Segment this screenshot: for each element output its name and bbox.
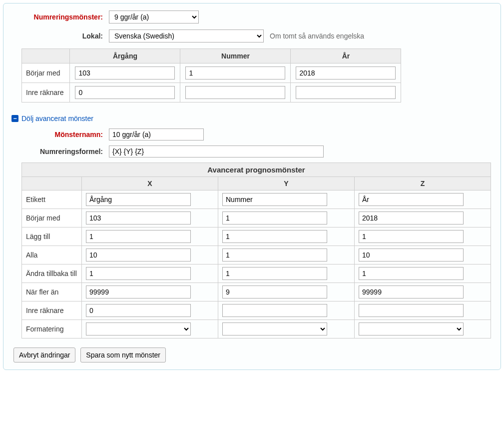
adv-label-narfler: När fler än — [22, 283, 82, 302]
numbering-pattern-row: Numreringsmönster: 9 ggr/år (a) — [11, 10, 493, 24]
format-x-select[interactable] — [86, 322, 191, 336]
pattern-name-input[interactable] — [109, 128, 204, 140]
alla-z-input[interactable] — [359, 248, 464, 262]
adv-label-borjar: Börjar med — [22, 209, 82, 228]
adv-header-x: X — [82, 177, 218, 190]
button-bar: Avbryt ändringar Spara som nytt mönster — [13, 348, 493, 362]
adv-label-format: Formatering — [22, 320, 82, 338]
numbering-pattern-select[interactable]: 9 ggr/år (a) — [109, 10, 199, 24]
formula-label: Numreringsformel: — [11, 148, 109, 156]
numbering-pattern-label: Numreringsmönster: — [11, 13, 109, 21]
adv-label-alla: Alla — [22, 246, 82, 264]
borjar-y-input[interactable] — [222, 212, 327, 224]
andra-y-input[interactable] — [222, 267, 327, 280]
grid-header-col1: Årgång — [70, 49, 180, 64]
starts-col1-input[interactable] — [75, 66, 175, 80]
adv-corner — [22, 177, 82, 190]
cancel-button[interactable]: Avbryt ändringar — [13, 348, 75, 362]
starts-col2-input[interactable] — [185, 66, 285, 80]
minus-icon: − — [11, 115, 18, 122]
borjar-z-input[interactable] — [359, 212, 464, 224]
simple-grid: Årgång Nummer År Börjar med Inre räknare — [21, 48, 401, 102]
etikett-z-input[interactable] — [359, 193, 464, 206]
locale-row: Lokal: Svenska (Swedish) Om tomt så anvä… — [11, 30, 493, 42]
inner-col1-input[interactable] — [75, 86, 175, 99]
adv-header-z: Z — [355, 177, 491, 190]
table-row: Formatering — [22, 320, 491, 338]
narfler-z-input[interactable] — [359, 286, 464, 298]
andra-z-input[interactable] — [359, 267, 464, 280]
advanced-grid-title: Avancerat prognosmönster — [22, 163, 491, 177]
table-row: Inre räknare — [22, 83, 401, 102]
narfler-y-input[interactable] — [222, 286, 327, 298]
row-label-starts: Börjar med — [22, 64, 70, 83]
table-row: Alla — [22, 246, 491, 264]
adv-label-andra: Ändra tillbaka till — [22, 264, 82, 283]
format-z-select[interactable] — [359, 322, 464, 336]
locale-hint: Om tomt så används engelska — [270, 32, 364, 40]
advanced-grid: Avancerat prognosmönster X Y Z Etikett B… — [21, 162, 491, 338]
alla-y-input[interactable] — [222, 248, 327, 262]
table-row: Börjar med — [22, 64, 401, 83]
table-row: Börjar med — [22, 209, 491, 228]
toggle-advanced-link[interactable]: − Dölj avancerat mönster — [11, 114, 93, 122]
grid-header-col3: År — [291, 49, 401, 64]
adv-header-y: Y — [218, 177, 355, 190]
formula-row: Numreringsformel: — [11, 146, 493, 158]
formula-input[interactable] — [109, 146, 324, 158]
inre-y-input[interactable] — [222, 304, 327, 317]
table-row: Etikett — [22, 190, 491, 209]
locale-select[interactable]: Svenska (Swedish) — [109, 30, 264, 42]
toggle-advanced-text: Dölj avancerat mönster — [21, 114, 93, 122]
etikett-y-input[interactable] — [222, 193, 327, 206]
narfler-x-input[interactable] — [86, 286, 191, 298]
borjar-x-input[interactable] — [86, 212, 191, 224]
row-label-inner: Inre räknare — [22, 83, 70, 102]
inner-col3-input[interactable] — [296, 86, 396, 99]
locale-label: Lokal: — [11, 32, 109, 40]
inre-x-input[interactable] — [86, 304, 191, 317]
save-new-pattern-button[interactable]: Spara som nytt mönster — [80, 348, 166, 362]
grid-header-col2: Nummer — [180, 49, 291, 64]
inre-z-input[interactable] — [359, 304, 464, 317]
table-row: Ändra tillbaka till — [22, 264, 491, 283]
adv-label-lagg: Lägg till — [22, 228, 82, 246]
lagg-y-input[interactable] — [222, 230, 327, 243]
adv-label-etikett: Etikett — [22, 190, 82, 209]
pattern-name-row: Mönsternamn: — [11, 128, 493, 140]
pattern-name-label: Mönsternamn: — [11, 130, 109, 138]
inner-col2-input[interactable] — [185, 86, 285, 99]
table-row: Inre räknare — [22, 302, 491, 320]
table-row: När fler än — [22, 283, 491, 302]
format-y-select[interactable] — [222, 322, 327, 336]
alla-x-input[interactable] — [86, 248, 191, 262]
starts-col3-input[interactable] — [296, 66, 396, 80]
lagg-x-input[interactable] — [86, 230, 191, 243]
lagg-z-input[interactable] — [359, 230, 464, 243]
table-row: Lägg till — [22, 228, 491, 246]
grid-corner — [22, 49, 70, 64]
etikett-x-input[interactable] — [86, 193, 191, 206]
andra-x-input[interactable] — [86, 267, 191, 280]
numbering-panel: Numreringsmönster: 9 ggr/år (a) Lokal: S… — [3, 3, 501, 370]
adv-label-inre: Inre räknare — [22, 302, 82, 320]
